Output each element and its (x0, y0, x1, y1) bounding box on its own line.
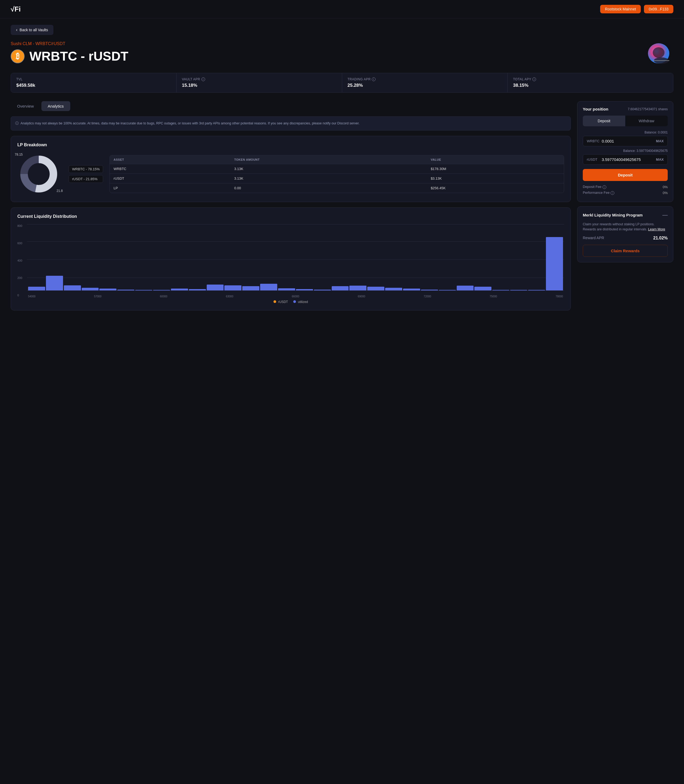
trading-apr-info-icon[interactable]: i (372, 77, 376, 81)
bar-group (510, 223, 527, 290)
value-cell: $178.30M (427, 164, 564, 174)
legend-wrbtc: WRBTC - 78.15% (69, 165, 103, 173)
vault-title-row: ₿ WRBTC - rUSDT (11, 49, 644, 64)
rusdt-max-button[interactable]: MAX (656, 158, 664, 161)
bar-group (349, 223, 366, 290)
bar-utilized (99, 288, 116, 290)
x-label: 69000 (358, 295, 365, 298)
vault-logo-container (644, 41, 673, 65)
x-label: 57000 (94, 295, 102, 298)
bar-utilized (457, 286, 474, 290)
performance-fee-label: Performance Fee i (583, 191, 614, 195)
x-label: 75000 (490, 295, 497, 298)
token-amount-cell: 3.13K (231, 164, 427, 174)
stat-tvl-value: $459.58k (16, 83, 171, 88)
position-title: Your position (583, 107, 608, 111)
lp-table: ASSET TOKEN AMOUNT VALUE WRBTC 3.13K $17… (110, 155, 564, 193)
bar-utilized (385, 288, 402, 290)
reward-apr-value: 21.02% (653, 236, 668, 240)
rusdt-input-group: rUSDT MAX (583, 154, 668, 165)
bar-group (314, 223, 331, 290)
bar-utilized (46, 276, 63, 290)
x-label: 66000 (292, 295, 299, 298)
bar-group (135, 223, 152, 290)
deposit-fee-info-icon[interactable]: i (603, 185, 606, 189)
y-label: 800 (17, 224, 27, 227)
bar-group (260, 223, 277, 290)
stat-vault-apr: VAULT APR i 15.18% (177, 73, 342, 92)
lp-breakdown-content: 78.15 21.8 W (17, 153, 564, 195)
tab-analytics[interactable]: Analytics (41, 101, 70, 111)
stat-trading-apr: TRADING APR i 25.28% (342, 73, 508, 92)
header-right: Rootstock Mainnet 0x09...F133 (600, 5, 673, 13)
wrbtc-token-label: WRBTC (587, 139, 602, 143)
bar-group (332, 223, 349, 290)
liquidity-chart-area: 8006004002000 54000570006000063000660006… (17, 223, 564, 298)
chart-bars (27, 223, 564, 290)
bar-group (242, 223, 259, 290)
deposit-tab[interactable]: Deposit (583, 116, 625, 126)
stat-tvl-label: TVL (16, 77, 171, 81)
wrbtc-balance-label: Balance: 0.0001 (583, 130, 668, 134)
bar-group (546, 223, 563, 290)
tab-overview[interactable]: Overview (11, 101, 40, 111)
bar-utilized (332, 286, 349, 290)
stats-bar: TVL $459.58k VAULT APR i 15.18% TRADING … (11, 73, 673, 93)
deposit-button[interactable]: Deposit (583, 169, 668, 181)
x-label: 63000 (226, 295, 234, 298)
asset-cell: LP (110, 183, 231, 193)
token-amount-cell: 3.13K (231, 174, 427, 183)
chart-y-labels: 8006004002000 (17, 223, 27, 298)
performance-fee-info-icon[interactable]: i (611, 191, 614, 195)
bar-group (296, 223, 313, 290)
network-button[interactable]: Rootstock Mainnet (600, 5, 641, 13)
table-row: LP 0.00 $256.45K (110, 183, 564, 193)
value-cell: $3.13K (427, 174, 564, 183)
bar-group (403, 223, 420, 290)
bar-utilized (135, 290, 152, 290)
rusdt-balance-label: Balance: 3.5977040049625675 (583, 149, 668, 153)
withdraw-tab[interactable]: Withdraw (625, 116, 668, 126)
stat-vault-apr-label: VAULT APR i (182, 77, 337, 81)
wrbtc-max-button[interactable]: MAX (656, 139, 664, 143)
x-label: 72000 (424, 295, 431, 298)
collapse-icon[interactable]: — (662, 212, 668, 218)
sushi-logo-icon (645, 41, 672, 65)
legend-rusdt: rUSDT - 21.85% (69, 175, 103, 183)
wrbtc-input[interactable] (602, 139, 656, 143)
legend-rusdt-dot (274, 300, 276, 303)
learn-more-link[interactable]: Learn More (648, 227, 665, 231)
two-col-layout: Overview Analytics ⓘ Analytics may not a… (11, 101, 673, 316)
lp-legend: WRBTC - 78.15% rUSDT - 21.85% (69, 165, 103, 183)
wallet-button[interactable]: 0x09...F133 (644, 5, 673, 13)
claim-rewards-button[interactable]: Claim Rewards (583, 245, 668, 257)
bar-group (64, 223, 81, 290)
bar-utilized (260, 284, 277, 290)
bar-group (278, 223, 295, 290)
lp-breakdown-card: LP Breakdown 78.15 (11, 136, 571, 202)
bar-utilized (492, 290, 509, 290)
bar-group (82, 223, 99, 290)
back-button[interactable]: ‹ Back to all Vaults (11, 25, 53, 35)
stat-total-apy-value: 38.15% (513, 83, 668, 88)
deposit-fee-value: 0% (663, 185, 668, 189)
chart-x-labels: 5400057000600006300066000690007200075000… (27, 295, 564, 298)
y-label: 600 (17, 241, 27, 245)
merkl-card: Merkl Liquidity Mining Program — Claim y… (577, 206, 673, 262)
bar-group (153, 223, 170, 290)
chart-legend: rUSDT utilized (17, 300, 564, 304)
table-row: rUSDT 3.13K $3.13K (110, 174, 564, 183)
rusdt-input[interactable] (602, 157, 656, 162)
vault-apr-info-icon[interactable]: i (202, 77, 205, 81)
bar-utilized (153, 290, 170, 290)
merkl-header: Merkl Liquidity Mining Program — (583, 212, 668, 218)
bar-group (28, 223, 45, 290)
donut-chart: 78.15 21.8 (17, 153, 60, 195)
bar-utilized (314, 290, 331, 290)
total-apy-info-icon[interactable]: i (532, 77, 536, 81)
back-arrow-icon: ‹ (16, 27, 17, 32)
performance-fee-row: Performance Fee i 0% (583, 191, 668, 195)
right-column: Your position 7.604621775434071 shares D… (577, 101, 673, 262)
value-cell: $256.45K (427, 183, 564, 193)
bar-group (528, 223, 545, 290)
